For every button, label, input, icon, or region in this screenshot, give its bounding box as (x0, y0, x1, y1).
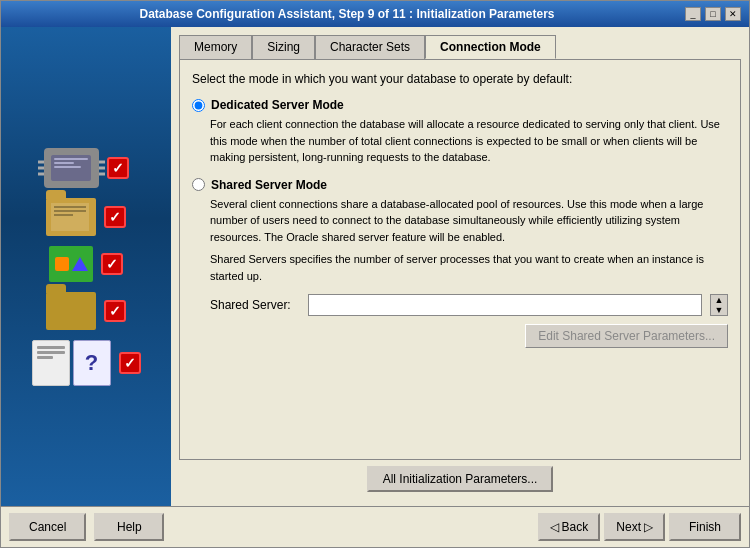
main-content: ✓ ✓ (1, 27, 749, 506)
folder-icon-1 (46, 198, 96, 236)
shared-server-input[interactable] (308, 294, 702, 316)
footer-right-buttons: ◁ Back Next ▷ Finish (538, 513, 741, 541)
shared-server-label-row[interactable]: Shared Server Mode (192, 178, 728, 192)
dedicated-label-text: Dedicated Server Mode (211, 98, 344, 112)
next-button[interactable]: Next ▷ (604, 513, 665, 541)
spin-button[interactable]: ▲▼ (710, 294, 728, 316)
tab-connection-mode[interactable]: Connection Mode (425, 35, 556, 59)
tab-sizing[interactable]: Sizing (252, 35, 315, 59)
shared-server-option: Shared Server Mode Several client connec… (192, 178, 728, 349)
main-window: Database Configuration Assistant, Step 9… (0, 0, 750, 548)
icon-row-2: ✓ (46, 198, 126, 236)
check-icon-5: ✓ (119, 352, 141, 374)
tab-description: Select the mode in which you want your d… (192, 72, 728, 86)
footer-left-buttons: Cancel Help (9, 513, 164, 541)
title-bar-buttons: _ □ ✕ (685, 7, 741, 21)
back-button[interactable]: ◁ Back (538, 513, 601, 541)
icon-row-4: ✓ (46, 292, 126, 330)
tab-character-sets[interactable]: Character Sets (315, 35, 425, 59)
folder-icon-2 (46, 292, 96, 330)
shared-server-description-2: Shared Servers specifies the number of s… (210, 251, 728, 284)
close-button[interactable]: ✕ (725, 7, 741, 21)
tab-bar: Memory Sizing Character Sets Connection … (179, 35, 741, 59)
footer: Cancel Help ◁ Back Next ▷ Finish (1, 506, 749, 547)
tab-content: Select the mode in which you want your d… (179, 59, 741, 460)
icon-row-3: ✓ (49, 246, 123, 282)
dedicated-radio[interactable] (192, 99, 205, 112)
back-arrow-icon: ◁ (550, 520, 559, 534)
radio-group: Dedicated Server Mode For each client co… (192, 98, 728, 348)
shared-radio[interactable] (192, 178, 205, 191)
dedicated-server-label[interactable]: Dedicated Server Mode (192, 98, 728, 112)
icon-row-1: ✓ (44, 148, 129, 188)
finish-button[interactable]: Finish (669, 513, 741, 541)
doc-question-group: ? (32, 340, 111, 386)
icon-row-5: ? ✓ (32, 340, 141, 386)
tab-memory[interactable]: Memory (179, 35, 252, 59)
right-panel: Memory Sizing Character Sets Connection … (171, 27, 749, 506)
shapes-icon (49, 246, 93, 282)
shared-server-description-1: Several client connections share a datab… (210, 196, 728, 246)
dedicated-server-option: Dedicated Server Mode For each client co… (192, 98, 728, 166)
check-icon-3: ✓ (101, 253, 123, 275)
check-icon-4: ✓ (104, 300, 126, 322)
document-icon (32, 340, 70, 386)
shared-server-input-row: Shared Server: ▲▼ (210, 294, 728, 316)
chip-icon (44, 148, 99, 188)
edit-params-container: Edit Shared Server Parameters... (210, 324, 728, 348)
help-button[interactable]: Help (94, 513, 164, 541)
next-label: Next (616, 520, 641, 534)
all-params-button[interactable]: All Initialization Parameters... (367, 466, 554, 492)
check-icon-1: ✓ (107, 157, 129, 179)
bottom-bar: All Initialization Parameters... (179, 460, 741, 498)
dedicated-server-description: For each client connection the database … (210, 116, 728, 166)
left-panel: ✓ ✓ (1, 27, 171, 506)
maximize-button[interactable]: □ (705, 7, 721, 21)
minimize-button[interactable]: _ (685, 7, 701, 21)
window-title: Database Configuration Assistant, Step 9… (9, 7, 685, 21)
question-icon: ? (73, 340, 111, 386)
check-icon-2: ✓ (104, 206, 126, 228)
shared-label-text: Shared Server Mode (211, 178, 327, 192)
edit-params-button[interactable]: Edit Shared Server Parameters... (525, 324, 728, 348)
shared-server-field-label: Shared Server: (210, 298, 300, 312)
next-arrow-icon: ▷ (644, 520, 653, 534)
cancel-button[interactable]: Cancel (9, 513, 86, 541)
back-label: Back (562, 520, 589, 534)
title-bar: Database Configuration Assistant, Step 9… (1, 1, 749, 27)
